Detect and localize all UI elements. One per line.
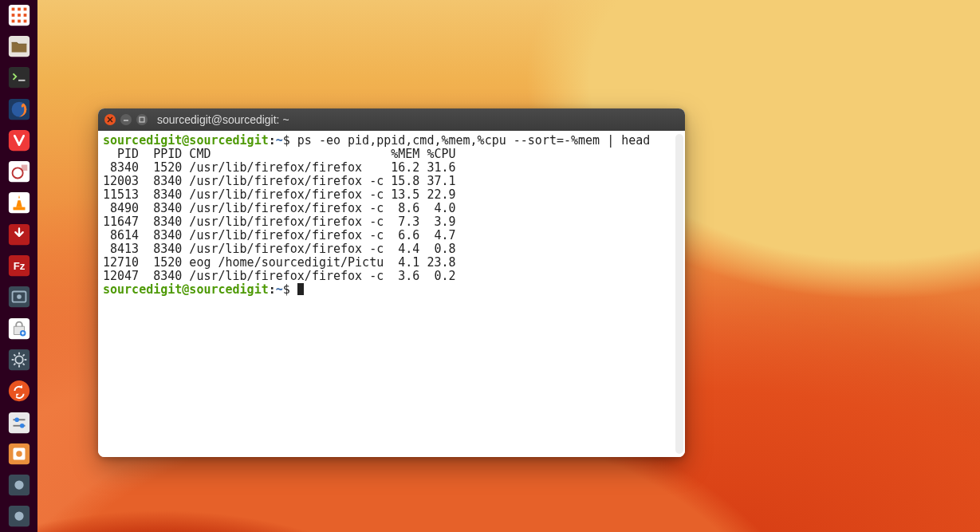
files-icon — [7, 34, 31, 61]
launcher-vlc[interactable] — [3, 191, 35, 219]
svg-rect-3 — [23, 7, 26, 10]
svg-point-43 — [14, 417, 19, 422]
svg-rect-11 — [8, 67, 29, 88]
prompt-colon: : — [269, 133, 276, 148]
prompt-symbol: $ — [283, 133, 290, 148]
screenshot-icon — [7, 285, 31, 312]
prompt-path: ~ — [276, 133, 283, 148]
launcher-transmission[interactable] — [3, 222, 35, 250]
show-apps-icon — [7, 3, 31, 30]
launcher-screenshot[interactable] — [3, 285, 35, 313]
svg-rect-15 — [8, 161, 29, 182]
svg-point-26 — [17, 295, 22, 300]
launcher-filezilla[interactable]: Fz — [3, 253, 35, 281]
vivaldi-icon — [7, 128, 31, 156]
window-maximize-button[interactable] — [136, 114, 148, 125]
transmission-icon — [7, 223, 31, 250]
launcher-terminal[interactable] — [3, 65, 35, 93]
terminal-cursor — [297, 283, 304, 295]
svg-rect-1 — [11, 7, 14, 10]
svg-rect-4 — [11, 14, 14, 17]
launcher-app-a[interactable] — [3, 472, 35, 500]
vlc-icon — [7, 191, 31, 218]
prompt-colon: : — [269, 282, 276, 297]
tweaks-icon — [7, 411, 31, 438]
svg-rect-19 — [13, 207, 25, 211]
svg-rect-6 — [23, 14, 26, 17]
ps-rows: 8340 1520 /usr/lib/firefox/firefox 16.2 … — [103, 160, 456, 283]
launcher-dock: Fz — [0, 0, 37, 532]
launcher-software[interactable] — [3, 316, 35, 344]
prompt-path: ~ — [276, 282, 283, 297]
updater-icon — [7, 379, 31, 406]
window-close-button[interactable] — [104, 114, 116, 125]
svg-rect-7 — [11, 19, 14, 22]
svg-rect-40 — [8, 412, 29, 432]
window-minimize-button[interactable] — [120, 114, 132, 125]
disks-icon — [7, 442, 31, 469]
window-title: sourcedigit@sourcedigit: ~ — [157, 113, 289, 126]
software-icon — [7, 317, 31, 344]
svg-rect-14 — [8, 130, 29, 151]
command-text: ps -eo pid,ppid,cmd,%mem,%cpu --sort=-%m… — [297, 133, 651, 148]
prompt-user: sourcedigit@sourcedigit — [103, 282, 269, 297]
prompt-symbol: $ — [283, 282, 290, 297]
svg-rect-8 — [18, 19, 21, 22]
prompt-user: sourcedigit@sourcedigit — [103, 133, 269, 148]
launcher-show-apps[interactable] — [3, 2, 35, 30]
launcher-vivaldi[interactable] — [3, 128, 35, 156]
svg-point-47 — [16, 451, 22, 457]
launcher-updater[interactable] — [3, 379, 35, 407]
terminal-icon — [7, 65, 31, 93]
svg-rect-5 — [18, 14, 21, 17]
launcher-disks[interactable] — [3, 441, 35, 469]
launcher-tweaks[interactable] — [3, 410, 35, 438]
shutter-icon — [7, 160, 31, 187]
ps-header: PID PPID CMD %MEM %CPU — [103, 147, 456, 161]
terminal-output[interactable]: sourcedigit@sourcedigit:~$ ps -eo pid,pp… — [98, 131, 685, 457]
terminal-window: sourcedigit@sourcedigit: ~ sourcedigit@s… — [98, 108, 685, 457]
terminal-scrollbar[interactable] — [675, 134, 683, 454]
svg-point-51 — [14, 512, 23, 521]
svg-point-49 — [14, 480, 23, 489]
svg-rect-9 — [23, 19, 26, 22]
filezilla-icon: Fz — [7, 254, 31, 281]
firefox-icon — [7, 97, 31, 124]
launcher-firefox[interactable] — [3, 97, 35, 124]
svg-point-44 — [19, 423, 24, 428]
app-b-icon — [7, 504, 31, 531]
svg-rect-20 — [17, 199, 22, 201]
launcher-settings[interactable] — [3, 347, 35, 375]
app-a-icon — [7, 473, 31, 500]
svg-rect-2 — [18, 7, 21, 10]
launcher-shutter[interactable] — [3, 159, 35, 187]
launcher-files[interactable] — [3, 33, 35, 61]
svg-rect-17 — [21, 165, 27, 171]
svg-text:Fz: Fz — [13, 260, 25, 272]
svg-rect-52 — [140, 117, 144, 122]
terminal-titlebar[interactable]: sourcedigit@sourcedigit: ~ — [98, 108, 685, 131]
settings-icon — [7, 348, 31, 375]
launcher-app-b[interactable] — [3, 504, 35, 532]
